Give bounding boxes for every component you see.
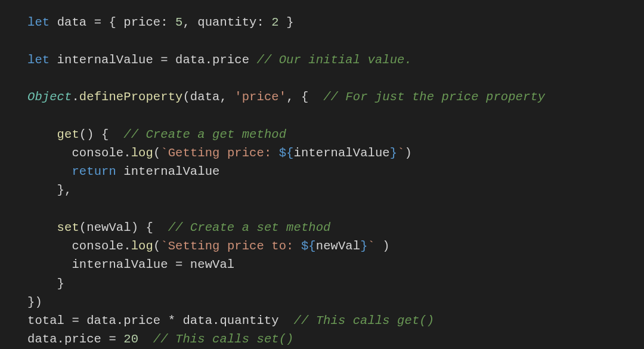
code-line: return internalValue [27,165,219,178]
comment: // Create a set method [168,221,331,234]
code-line: }, [27,183,72,197]
code-line: set(newVal) { // Create a set method [27,221,331,234]
method-name: defineProperty [79,90,183,104]
method-name: log [131,239,153,253]
code-line: }) [27,295,42,309]
comment: // Create a get method [123,128,286,141]
code-line: get() { // Create a get method [27,128,286,141]
number-literal: 5 [175,16,182,29]
number-literal: 2 [271,16,278,29]
comment: // This calls set() [153,332,294,346]
method-name: set [57,221,79,234]
template-literal: `Setting price to: [160,239,301,253]
code-block: let data = { price: 5, quantity: 2 } let… [0,0,644,349]
comment: // For just the price property [323,90,545,104]
comment: // Our initial value. [256,53,411,67]
code-line: Object.defineProperty(data, 'price', { /… [27,90,545,104]
keyword-let: let [27,16,49,29]
keyword-let: let [27,53,49,67]
number-literal: 20 [123,332,138,346]
code-line: data.price = 20 // This calls set() [27,332,294,346]
code-line: console.log(`Setting price to: ${newVal}… [27,239,390,253]
code-line: let data = { price: 5, quantity: 2 } [27,16,294,29]
code-line: } [27,277,64,291]
code-line: internalValue = newVal [27,258,234,271]
comment: // This calls get() [293,314,434,328]
string-literal: 'price' [234,90,286,104]
code-line: total = data.price * data.quantity // Th… [27,314,434,328]
code-line: let internalValue = data.price // Our in… [27,53,412,67]
keyword-return: return [72,165,116,178]
code-line: console.log(`Getting price: ${internalVa… [27,146,412,160]
method-name: get [57,128,79,141]
method-name: log [131,146,153,160]
identifier: data [57,16,87,29]
template-literal: `Getting price: [160,146,278,160]
builtin-object: Object [27,90,72,104]
